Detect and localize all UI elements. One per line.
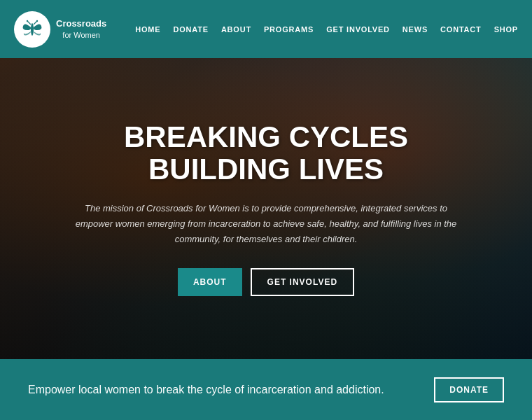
site-header: Crossroads for Women HOME DONATE ABOUT P… bbox=[0, 0, 532, 58]
main-nav: HOME DONATE ABOUT PROGRAMS GET INVOLVED … bbox=[135, 25, 518, 34]
hero-mission-text: The mission of Crossroads for Women is t… bbox=[70, 201, 462, 247]
hero-section: BREAKING CYCLES BUILDING LIVES The missi… bbox=[0, 58, 532, 359]
nav-programs[interactable]: PROGRAMS bbox=[264, 25, 314, 34]
nav-get-involved[interactable]: GET INVOLVED bbox=[326, 25, 390, 34]
footer-tagline: Empower local women to break the cycle o… bbox=[28, 384, 384, 396]
hero-buttons: ABOUT GET INVOLVED bbox=[70, 268, 462, 296]
nav-about[interactable]: ABOUT bbox=[221, 25, 251, 34]
nav-donate[interactable]: DONATE bbox=[173, 25, 208, 34]
hero-title: BREAKING CYCLES BUILDING LIVES bbox=[70, 121, 462, 186]
nav-contact[interactable]: CONTACT bbox=[440, 25, 482, 34]
svg-point-2 bbox=[27, 20, 28, 21]
logo-area: Crossroads for Women bbox=[14, 11, 106, 48]
about-button[interactable]: ABOUT bbox=[178, 268, 242, 296]
logo-icon bbox=[14, 11, 50, 48]
get-involved-button[interactable]: GET INVOLVED bbox=[251, 268, 354, 296]
footer-banner: Empower local women to break the cycle o… bbox=[0, 359, 532, 420]
butterfly-icon bbox=[19, 16, 46, 43]
hero-content: BREAKING CYCLES BUILDING LIVES The missi… bbox=[14, 121, 518, 297]
logo-text: Crossroads for Women bbox=[56, 18, 106, 40]
nav-news[interactable]: NEWS bbox=[402, 25, 428, 34]
nav-shop[interactable]: SHOP bbox=[494, 25, 518, 34]
nav-home[interactable]: HOME bbox=[135, 25, 160, 34]
svg-point-0 bbox=[31, 23, 34, 36]
svg-point-4 bbox=[36, 20, 38, 21]
donate-button[interactable]: DONATE bbox=[434, 377, 504, 402]
